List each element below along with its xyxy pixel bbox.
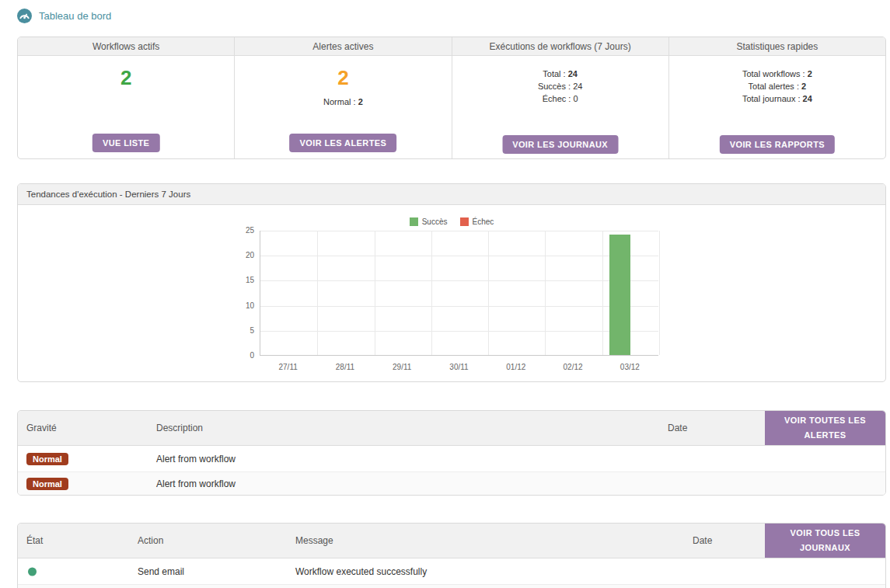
view-all-alerts-button[interactable]: VOIR TOUTES LES ALERTES: [765, 411, 885, 445]
quick-stats-alerts: Total alertes : 2: [669, 80, 885, 92]
card-executions: Exécutions de workflows (7 Jours) Total …: [452, 37, 669, 158]
gridline: [260, 256, 658, 256]
executions-stats: Total : 24 Succès : 24 Échec : 0: [452, 68, 668, 105]
x-axis-tick: 30/11: [449, 363, 468, 371]
x-axis-tick: 27/11: [278, 363, 297, 371]
alerts-table: Gravité Description Date VOIR TOUTES LES…: [17, 410, 886, 496]
x-axis-tick: 29/11: [393, 363, 411, 371]
page-header: Tableau de bord: [0, 0, 890, 23]
gridline: [545, 231, 546, 355]
logs-header-date: Date: [693, 535, 712, 546]
chart-legend: Succès Échec: [18, 217, 885, 226]
gridline: [431, 231, 432, 355]
view-reports-button[interactable]: VOIR LES RAPPORTS: [720, 135, 835, 154]
view-alerts-button[interactable]: VOIR LES ALERTES: [290, 134, 397, 152]
x-axis-tick: 02/12: [564, 363, 583, 371]
log-row: [18, 584, 885, 588]
logs-header-state: État: [26, 535, 43, 546]
log-row: Send email Workflow executed successfull…: [18, 558, 885, 584]
alerts-table-header: Gravité Description Date VOIR TOUTES LES…: [18, 411, 885, 446]
dashboard-gauge-icon: [17, 9, 32, 23]
x-axis-tick: 03/12: [620, 363, 640, 371]
card-active-workflows: Workflows actifs 2 VUE LISTE: [18, 37, 235, 158]
x-axis-tick: 01/12: [506, 363, 525, 371]
page-title: Tableau de bord: [39, 10, 111, 22]
alerts-header-date: Date: [668, 423, 687, 433]
y-axis-tick: 10: [228, 301, 254, 310]
card-quick-stats: Statistiques rapides Total workflows : 2…: [669, 37, 885, 158]
legend-item-failure[interactable]: Échec: [460, 217, 494, 226]
alerts-normal-count: 2: [358, 97, 363, 106]
gridline: [659, 231, 660, 355]
gridline: [488, 231, 489, 355]
view-all-logs-button[interactable]: VOIR TOUS LES JOURNAUX: [765, 524, 885, 558]
executions-failure: Échec : 0: [452, 92, 668, 105]
log-action: Send email: [138, 566, 184, 577]
failure-legend-swatch: [460, 217, 469, 226]
alert-row: Normal Alert from workflow: [18, 471, 885, 495]
alerts-header-severity: Gravité: [26, 423, 57, 433]
executions-success: Succès : 24: [452, 80, 668, 92]
card-title-alerts: Alertes actives: [235, 37, 451, 56]
quick-stats-workflows: Total workflows : 2: [669, 68, 885, 80]
severity-badge: Normal: [26, 453, 68, 465]
alert-row: Normal Alert from workflow: [18, 446, 885, 471]
alerts-normal-line: Normal : 2: [235, 97, 451, 106]
gridline: [602, 231, 603, 355]
x-axis-tick: 28/11: [336, 363, 354, 371]
card-title-workflows: Workflows actifs: [18, 37, 234, 56]
card-title-executions: Exécutions de workflows (7 Jours): [452, 37, 668, 56]
trends-chart-panel: Tendances d'exécution - Derniers 7 Jours…: [17, 183, 886, 382]
y-axis-tick: 25: [228, 226, 254, 235]
y-axis-tick: 20: [228, 251, 254, 259]
view-logs-button[interactable]: VOIR LES JOURNAUX: [502, 135, 618, 154]
chart-bar-succès: [609, 235, 630, 355]
gridline: [260, 280, 658, 281]
y-axis-tick: 5: [228, 326, 254, 335]
gridline: [260, 306, 658, 307]
y-axis-tick: 0: [228, 351, 254, 360]
gridline: [317, 231, 318, 355]
active-workflows-count: 2: [18, 66, 234, 90]
logs-header-action: Action: [138, 535, 163, 546]
log-message: Workflow executed successfully: [295, 566, 427, 577]
logs-header-message: Message: [295, 535, 333, 546]
gridline: [375, 231, 375, 355]
success-status-dot-icon: [28, 567, 37, 576]
success-legend-swatch: [410, 217, 418, 226]
alerts-header-description: Description: [156, 423, 203, 433]
alert-description: Alert from workflow: [156, 454, 236, 464]
card-active-alerts: Alertes actives 2 Normal : 2 VOIR LES AL…: [235, 37, 452, 158]
quick-stats: Total workflows : 2 Total alertes : 2 To…: [669, 68, 885, 105]
chart-body: Succès Échec 051015202527/1128/1129/1130…: [18, 205, 885, 381]
active-alerts-count: 2: [235, 66, 451, 90]
view-list-button[interactable]: VUE LISTE: [92, 134, 159, 152]
logs-table: État Action Message Date VOIR TOUS LES J…: [17, 523, 886, 588]
executions-total: Total : 24: [452, 68, 668, 80]
gridline: [260, 331, 658, 332]
chart-plot: [260, 231, 658, 356]
logs-table-header: État Action Message Date VOIR TOUS LES J…: [18, 524, 885, 558]
card-title-quick-stats: Statistiques rapides: [669, 37, 885, 56]
gridline: [260, 231, 658, 231]
summary-cards-panel: Workflows actifs 2 VUE LISTE Alertes act…: [17, 37, 886, 159]
trends-chart-title: Tendances d'exécution - Derniers 7 Jours: [18, 184, 885, 205]
severity-badge: Normal: [26, 478, 68, 490]
alert-description: Alert from workflow: [156, 478, 236, 489]
quick-stats-logs: Total journaux : 24: [669, 92, 885, 105]
legend-item-success[interactable]: Succès: [410, 217, 448, 226]
y-axis-tick: 15: [228, 276, 254, 284]
